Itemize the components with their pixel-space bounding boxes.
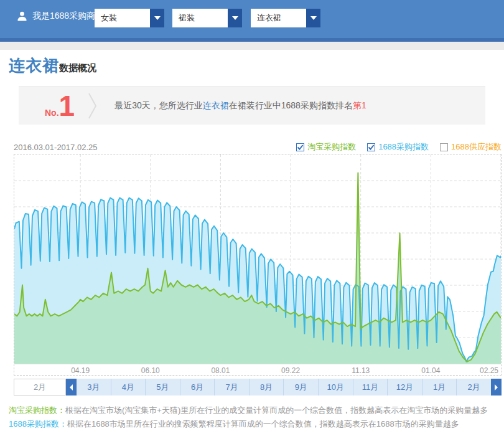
note-label: 淘宝采购指数：	[9, 405, 65, 415]
chevron-down-icon	[154, 16, 161, 20]
checkbox-checked[interactable]	[296, 143, 304, 151]
user-menu-label: 我是1688采购商	[32, 11, 95, 22]
checkbox-unchecked[interactable]	[440, 143, 448, 151]
legend-item-taobao-index[interactable]: 淘宝采购指数	[296, 141, 356, 153]
month-cell[interactable]: 1月	[422, 379, 457, 395]
current-month-cell[interactable]: 2月	[14, 379, 66, 395]
triangle-left-icon	[70, 384, 73, 391]
month-cell[interactable]: 12月	[387, 379, 422, 395]
month-cell[interactable]: 5月	[145, 379, 180, 395]
rank-number: No. 1	[45, 92, 75, 120]
month-cell[interactable]: 10月	[318, 379, 353, 395]
legend-item-1688-supply-index[interactable]: 1688供应指数	[440, 141, 502, 153]
month-list: 3月 4月 5月 6月 7月 8月 9月 10月 11月 12月 1月 2月	[77, 379, 491, 395]
legend-item-1688-purchase-index[interactable]: 1688采购指数	[367, 141, 429, 153]
page-title-row: 连衣裙 数据概况	[9, 55, 96, 77]
header-gray-strip	[0, 42, 504, 50]
x-tick-label: 01.04	[421, 366, 440, 375]
chevron-down-icon	[232, 16, 238, 20]
rank-highlight: 第1	[353, 100, 366, 110]
chart-date-range: 2016.03.01-2017.02.25	[14, 143, 97, 152]
keyword-link[interactable]: 连衣裙	[203, 100, 229, 110]
alibaba-index-note: 1688采购指数：根据在1688市场里所在行业的搜索频繁程度计算而成的一个综合数…	[9, 419, 459, 430]
rank-no-label: No.	[45, 108, 59, 118]
month-cell[interactable]: 11月	[353, 379, 388, 395]
month-cell[interactable]: 7月	[214, 379, 249, 395]
top-header-bar: 我是1688采购商 女装 裙装 连衣裙	[0, 0, 504, 38]
select-arrow-button[interactable]	[150, 9, 164, 27]
category-select-3[interactable]: 连衣裙	[251, 9, 320, 27]
x-tick-label: 02.25	[480, 366, 498, 375]
page-subtitle: 数据概况	[59, 62, 96, 74]
legend-label: 1688采购指数	[378, 141, 429, 153]
x-tick-label: 06.10	[141, 366, 160, 375]
note-label: 1688采购指数：	[9, 419, 67, 429]
x-tick-label: 08.01	[211, 366, 230, 375]
checkmark-icon	[297, 144, 304, 151]
category-select-3-value: 连衣裙	[251, 9, 306, 27]
chart-header: 2016.03.01-2017.02.25 淘宝采购指数 1688采购指数	[14, 141, 502, 153]
rank-description: 最近30天，您所选行业连衣裙在裙装行业中1688采购指数排名第1	[114, 100, 366, 111]
month-cell[interactable]: 3月	[77, 379, 111, 395]
taobao-index-note: 淘宝采购指数：根据在淘宝市场(淘宝集市+天猫)里所在行业的成交量计算而成的一个综…	[9, 405, 488, 416]
chevron-down-icon	[310, 16, 317, 20]
month-cell[interactable]: 2月	[456, 379, 491, 395]
checkbox-checked[interactable]	[367, 143, 375, 151]
month-cell[interactable]: 9月	[283, 379, 318, 395]
category-select-1[interactable]: 女装	[95, 9, 164, 27]
note-text: 根据在淘宝市场(淘宝集市+天猫)里所在行业的成交量计算而成的一个综合数值，指数越…	[65, 405, 488, 415]
x-tick-label: 09.22	[281, 366, 300, 375]
user-icon	[17, 11, 27, 21]
x-tick-label: 11.13	[352, 366, 370, 375]
category-select-2[interactable]: 裙装	[172, 9, 242, 27]
rank-text-middle: 在裙装行业中1688采购指数排名	[229, 100, 353, 110]
category-select-2-value: 裙装	[172, 9, 228, 27]
triangle-right-icon	[495, 384, 498, 391]
scroll-left-button[interactable]	[66, 379, 77, 395]
rank-banner: No. 1 最近30天，您所选行业连衣裙在裙装行业中1688采购指数排名第1	[19, 86, 485, 125]
select-arrow-button[interactable]	[306, 9, 320, 27]
page: 我是1688采购商 女装 裙装 连衣裙 连衣裙 数据概况 No. 1	[0, 0, 504, 431]
chart-plot-area[interactable]: 04.1906.1008.0109.2211.1301.0402.25	[14, 154, 502, 376]
chart-legend: 淘宝采购指数 1688采购指数 1688供应指数	[296, 141, 502, 153]
note-text: 根据在1688市场里所在行业的搜索频繁程度计算而成的一个综合数值，指数越高表示在…	[67, 419, 459, 429]
month-cell[interactable]: 4月	[111, 379, 146, 395]
checkmark-icon	[368, 144, 375, 151]
category-select-1-value: 女装	[95, 9, 150, 27]
month-cell[interactable]: 6月	[180, 379, 215, 395]
rank-text-prefix: 最近30天，您所选行业	[114, 100, 203, 110]
x-tick-label: 04.19	[71, 366, 90, 375]
scroll-right-button[interactable]	[491, 379, 502, 395]
legend-label: 淘宝采购指数	[307, 141, 356, 153]
index-trend-chart[interactable]: 04.1906.1008.0109.2211.1301.0402.25	[14, 154, 501, 375]
rank-value: 1	[59, 92, 75, 120]
chevron-right-icon	[88, 92, 97, 120]
select-arrow-button[interactable]	[228, 9, 242, 27]
month-selector-bar: 2月 3月 4月 5月 6月 7月 8月 9月 10月 11月 12月 1月 2…	[14, 379, 502, 395]
legend-label: 1688供应指数	[451, 141, 502, 153]
page-title: 连衣裙	[9, 55, 59, 77]
month-cell[interactable]: 8月	[249, 379, 284, 395]
